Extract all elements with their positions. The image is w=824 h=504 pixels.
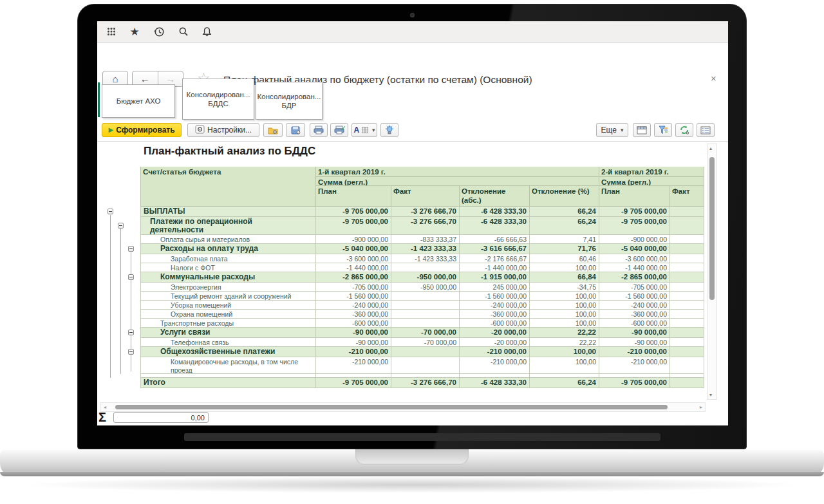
tree-collapse-icon[interactable] <box>128 330 134 335</box>
close-icon[interactable]: × <box>711 73 716 84</box>
col-header-plan2[interactable]: План <box>599 186 670 207</box>
table-cell[interactable] <box>670 207 704 217</box>
table-cell[interactable]: 22,22 <box>530 338 599 347</box>
table-cell[interactable]: -2 176 666,67 <box>460 254 530 263</box>
table-cell[interactable]: -9 705 000,00 <box>599 217 670 235</box>
table-cell[interactable]: -3 276 666,70 <box>391 378 460 388</box>
col-header-q2[interactable]: 2-й квартал 2019 г. <box>599 167 704 177</box>
tree-collapse-icon[interactable] <box>128 349 134 355</box>
table-row[interactable]: Охрана помещений-360 000,00-360 000,0010… <box>104 310 704 319</box>
table-cell[interactable]: -2 865 000,00 <box>316 272 391 283</box>
format-button[interactable]: A ▾ <box>351 123 377 137</box>
table-row[interactable]: Уборка помещений-240 000,00-240 000,0010… <box>104 301 704 310</box>
table-cell[interactable]: -9 705 000,00 <box>599 378 670 388</box>
table-cell[interactable]: -1 423 333,33 <box>391 254 460 263</box>
scroll-down-icon[interactable]: ▾ <box>709 392 712 398</box>
table-cell[interactable]: -1 440 000,00 <box>599 263 670 272</box>
table-cell[interactable]: -900 000,00 <box>316 235 391 244</box>
table-cell[interactable]: -6 428 333,30 <box>460 378 530 388</box>
table-cell[interactable] <box>670 328 704 338</box>
table-row[interactable]: Заработная плата-3 600 000,00-1 423 333,… <box>104 254 704 263</box>
table-cell[interactable]: 100,00 <box>530 310 599 319</box>
table-cell[interactable]: 66,24 <box>530 378 599 388</box>
table-cell[interactable]: -90 000,00 <box>599 338 670 347</box>
tab-consolidated-bdr[interactable]: Консолидирован... БДР <box>256 82 323 120</box>
table-cell[interactable] <box>670 235 704 244</box>
table-row[interactable]: Транспортные расходы-600 000,00-600 000,… <box>104 319 704 328</box>
load-settings-button[interactable] <box>263 123 283 137</box>
table-cell[interactable]: -600 000,00 <box>316 319 391 328</box>
notifications-bell-icon[interactable] <box>200 26 213 37</box>
header-settings-button[interactable] <box>633 123 651 137</box>
table-cell[interactable]: -6 428 333,30 <box>460 207 530 217</box>
table-cell[interactable]: -1 560 000,00 <box>460 292 530 301</box>
table-cell[interactable]: -9 705 000,00 <box>316 207 391 217</box>
history-icon[interactable] <box>153 26 165 37</box>
settings-button[interactable]: Настройки... <box>187 123 259 137</box>
filter-button[interactable] <box>654 123 672 137</box>
table-cell[interactable]: 66,24 <box>530 217 599 235</box>
table-cell[interactable]: -705 000,00 <box>599 283 670 292</box>
col-header-account[interactable]: Счет/статья бюджета <box>141 167 316 207</box>
table-cell[interactable]: -1 915 000,00 <box>460 272 530 283</box>
table-cell[interactable]: -20 000,00 <box>460 338 530 347</box>
table-cell[interactable]: 22,22 <box>530 328 599 338</box>
table-cell[interactable]: -210 000,00 <box>460 347 530 357</box>
hint-bulb-button[interactable] <box>380 123 398 137</box>
tree-collapse-icon[interactable] <box>108 209 113 214</box>
table-cell[interactable]: -3 600 000,00 <box>316 254 391 263</box>
menu-grid-icon[interactable] <box>105 26 118 37</box>
table-cell[interactable] <box>670 347 704 357</box>
table-cell[interactable] <box>670 338 704 347</box>
tree-collapse-icon[interactable] <box>128 274 134 280</box>
table-row[interactable]: Платежи по операционной деятельности-9 7… <box>104 217 704 235</box>
table-cell[interactable]: -210 000,00 <box>316 357 391 374</box>
table-cell[interactable]: 100,00 <box>530 357 599 374</box>
table-cell[interactable] <box>670 310 704 319</box>
favorites-star-icon[interactable]: ★ <box>128 26 141 37</box>
table-cell[interactable]: -3 616 666,67 <box>460 244 530 254</box>
table-row[interactable]: Налоги с ФОТ-1 440 000,00-1 440 000,0010… <box>104 263 704 272</box>
table-cell[interactable]: 100,00 <box>530 292 599 301</box>
table-cell[interactable]: 245 000,00 <box>460 283 530 292</box>
table-cell[interactable]: -1 440 000,00 <box>316 263 391 272</box>
table-cell[interactable]: -1 560 000,00 <box>316 292 391 301</box>
table-cell[interactable]: -360 000,00 <box>316 310 391 319</box>
col-header-dev-pct[interactable]: Отклонение (%) <box>530 186 599 207</box>
table-row[interactable]: Электроэнергия-705 000,00-950 000,00245 … <box>104 283 704 292</box>
generate-button[interactable]: ▶ Сформировать <box>102 123 182 137</box>
table-total-row[interactable]: Итого-9 705 000,00-3 276 666,70-6 428 33… <box>104 378 704 388</box>
table-cell[interactable]: -240 000,00 <box>460 301 530 310</box>
table-cell[interactable] <box>391 347 460 357</box>
col-header-q1[interactable]: 1-й квартал 2019 г. <box>316 167 599 177</box>
table-row[interactable]: Услуги связи-90 000,00-70 000,00-20 000,… <box>104 328 704 338</box>
scroll-left-icon[interactable]: ◂ <box>104 404 106 410</box>
table-row[interactable]: Расходы на оплату труда-5 040 000,00-1 4… <box>104 244 704 254</box>
table-cell[interactable] <box>670 378 704 388</box>
table-row[interactable]: Текущий ремонт зданий и сооружений-1 560… <box>104 292 704 301</box>
table-cell[interactable]: -360 000,00 <box>460 310 530 319</box>
table-cell[interactable] <box>670 217 704 235</box>
table-cell[interactable] <box>391 310 460 319</box>
table-cell[interactable]: -600 000,00 <box>460 319 530 328</box>
scroll-up-icon[interactable]: ▴ <box>709 145 712 151</box>
table-cell[interactable]: -70 000,00 <box>391 338 460 347</box>
horizontal-scroll-thumb[interactable] <box>115 405 668 409</box>
table-cell[interactable] <box>670 263 704 272</box>
table-cell[interactable] <box>670 357 704 374</box>
table-row[interactable]: Командировочные расходы, в том числе про… <box>104 357 704 374</box>
tree-collapse-icon[interactable] <box>118 223 124 229</box>
table-cell[interactable]: -66 666,63 <box>460 235 530 244</box>
table-cell[interactable] <box>391 357 460 374</box>
col-header-fact2[interactable]: Факт <box>670 186 704 207</box>
table-cell[interactable]: -2 865 000,00 <box>599 272 670 283</box>
scroll-right-icon[interactable]: ▸ <box>700 404 702 410</box>
table-cell[interactable]: -950 000,00 <box>391 272 460 283</box>
more-button[interactable]: Еще ▾ <box>596 123 628 137</box>
vertical-scrollbar[interactable]: ▴ ▾ <box>707 144 717 400</box>
table-cell[interactable]: -90 000,00 <box>599 328 670 338</box>
col-header-plan1[interactable]: План <box>316 186 391 207</box>
table-cell[interactable]: -70 000,00 <box>391 328 460 338</box>
table-cell[interactable]: -5 040 000,00 <box>316 244 391 254</box>
table-cell[interactable]: -9 705 000,00 <box>316 378 391 388</box>
